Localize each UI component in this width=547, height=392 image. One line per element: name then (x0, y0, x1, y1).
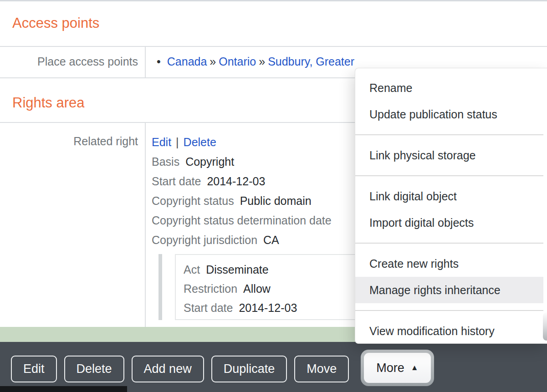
field-label: Copyright status determination date (152, 214, 332, 227)
breadcrumb-separator: » (210, 55, 216, 68)
menu-item-link-digital-object[interactable]: Link digital object (355, 183, 543, 209)
field-label: Act (184, 263, 200, 276)
place-link-canada[interactable]: Canada (167, 55, 207, 68)
actions-separator: | (176, 136, 179, 148)
add-new-button[interactable]: Add new (132, 356, 204, 382)
granted-rights-indent-bar (158, 254, 162, 320)
record-view-page: Access points Place access points •Canad… (0, 0, 547, 392)
field-value: Disseminate (206, 263, 269, 276)
access-points-title: Access points (12, 15, 547, 31)
field-label: Start date (152, 175, 201, 188)
right-edit-link[interactable]: Edit (152, 136, 171, 148)
duplicate-button[interactable]: Duplicate (211, 356, 287, 382)
menu-item-import-digital-objects[interactable]: Import digital objects (355, 209, 543, 236)
menu-item-manage-rights-inheritance[interactable]: Manage rights inheritance (355, 277, 543, 303)
bullet-icon: • (157, 55, 161, 68)
edit-button[interactable]: Edit (11, 356, 57, 382)
field-value: 2014-12-03 (207, 175, 265, 188)
more-button[interactable]: More ▲ (364, 353, 430, 383)
place-access-points-label: Place access points (0, 47, 146, 77)
action-toolbar: Edit Delete Add new Duplicate Move More … (0, 342, 547, 392)
related-right-label: Related right (0, 123, 146, 327)
bottom-dark-strip (0, 386, 127, 392)
field-value: 2014-12-03 (239, 301, 297, 314)
menu-divider (355, 175, 543, 176)
menu-divider (355, 310, 543, 311)
move-button[interactable]: Move (294, 356, 349, 382)
caret-up-icon: ▲ (411, 363, 419, 372)
more-button-focus-ring: More ▲ (361, 350, 434, 386)
field-value: CA (263, 234, 279, 246)
more-button-label: More (376, 361, 404, 375)
field-value: Copyright (185, 155, 234, 168)
place-link-ontario[interactable]: Ontario (219, 55, 256, 68)
menu-item-rename[interactable]: Rename (355, 75, 543, 101)
more-dropdown-menu: Rename Update publication status Link ph… (355, 68, 547, 344)
menu-item-create-new-rights[interactable]: Create new rights (355, 250, 543, 277)
menu-divider (355, 243, 543, 244)
place-link-sudbury-greater[interactable]: Sudbury, Greater (268, 55, 354, 68)
menu-divider (355, 134, 543, 135)
field-value: Public domain (240, 194, 312, 207)
field-label: Copyright jurisdiction (152, 234, 257, 246)
breadcrumb-separator: » (259, 55, 265, 68)
field-label: Restriction (184, 282, 237, 295)
field-label: Basis (152, 155, 179, 168)
right-delete-link[interactable]: Delete (184, 136, 216, 148)
menu-item-update-publication-status[interactable]: Update publication status (355, 101, 543, 127)
field-label: Copyright status (152, 194, 234, 207)
access-points-header: Access points (0, 0, 547, 47)
field-value: Allow (243, 282, 271, 295)
menu-item-view-modification-history[interactable]: View modification history (355, 318, 543, 344)
delete-button[interactable]: Delete (64, 356, 124, 382)
menu-item-link-physical-storage[interactable]: Link physical storage (355, 142, 543, 168)
field-label: Start date (184, 301, 233, 314)
scrollbar-thumb[interactable] (543, 312, 547, 341)
